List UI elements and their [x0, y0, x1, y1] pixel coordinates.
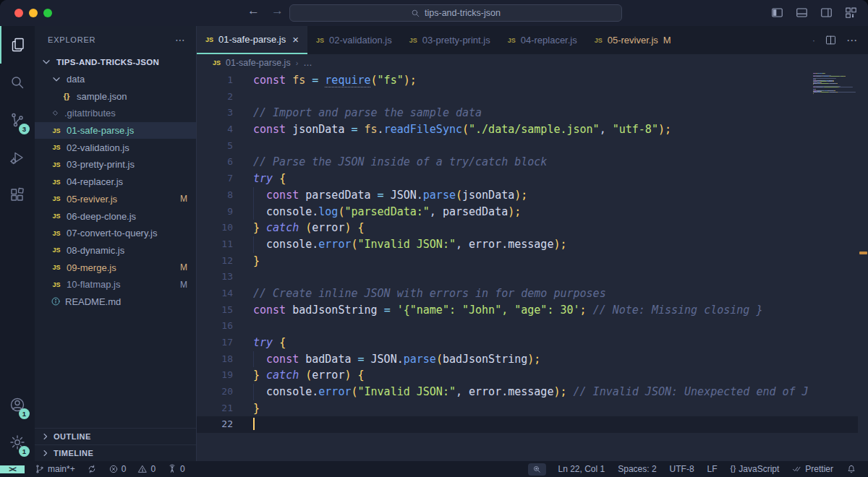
- breadcrumb[interactable]: JS 01-safe-parse.js › …: [197, 54, 868, 72]
- forward-arrow-icon[interactable]: →: [271, 4, 284, 18]
- tab-05-reviver-js[interactable]: JS05-reviver.jsM: [586, 26, 680, 54]
- line-number: 15: [197, 302, 233, 319]
- layout-sidebar-right-icon[interactable]: [820, 6, 833, 20]
- code-line[interactable]: 17try {: [197, 335, 858, 351]
- tree-item-09-merge-js[interactable]: JS09-merge.jsM: [35, 259, 196, 276]
- code-line[interactable]: 15const badJsonString = '{"name": "John"…: [197, 302, 858, 319]
- line-content: const badData = JSON.parse(badJsonString…: [253, 351, 858, 368]
- code-line[interactable]: 4const jsonData = fs.readFileSync("./dat…: [197, 121, 858, 138]
- tree-item-07-convert-to-query-js[interactable]: JS07-convert-to-query.js: [35, 225, 196, 242]
- back-arrow-icon[interactable]: ←: [247, 4, 260, 18]
- status-notifications[interactable]: [845, 464, 858, 474]
- vscode-window: ← → tips-and-tricks-json 311 EXPLORER ⋯ …: [0, 0, 868, 477]
- tree-item-tips-and-tricks-json[interactable]: TIPS-AND-TRICKS-JSON: [35, 53, 196, 71]
- code-line[interactable]: 1const fs = require("fs");: [197, 72, 858, 89]
- js-icon: JS: [51, 193, 62, 205]
- overview-ruler[interactable]: [858, 72, 868, 461]
- code-line[interactable]: 22: [197, 416, 858, 433]
- bell-icon: [846, 464, 856, 474]
- code-line[interactable]: 3// Import and parse the sample data: [197, 105, 858, 121]
- activity-item-explorer[interactable]: [0, 26, 35, 64]
- status-language[interactable]: {}JavaScript: [729, 464, 781, 474]
- layout-panel-icon[interactable]: [795, 6, 809, 20]
- code-line[interactable]: 18 const badData = JSON.parse(badJsonStr…: [197, 351, 858, 368]
- close-window-button[interactable]: [14, 9, 23, 17]
- code-editor[interactable]: 1const fs = require("fs");23// Import an…: [197, 72, 868, 461]
- activity-item-run-and-debug[interactable]: [0, 139, 35, 176]
- code-line[interactable]: 8 const parsedData = JSON.parse(jsonData…: [197, 187, 858, 204]
- status-branch[interactable]: main*+: [33, 464, 77, 474]
- line-content: [253, 89, 858, 106]
- sidebar-panel-timeline[interactable]: TIMELINE: [35, 444, 196, 461]
- activity-item-source-control[interactable]: 3: [0, 101, 35, 139]
- js-icon: JS: [51, 210, 62, 222]
- tree-item-08-dynamic-js[interactable]: JS08-dynamic.js: [35, 242, 196, 259]
- command-center-search[interactable]: tips-and-tricks-json: [289, 4, 622, 22]
- layout-sidebar-left-icon[interactable]: [770, 6, 784, 20]
- tree-item-02-validation-js[interactable]: JS02-validation.js: [35, 139, 196, 156]
- tree-item--gitattributes[interactable]: .gitattributes: [35, 105, 196, 122]
- status-formatter[interactable]: Prettier: [791, 464, 835, 474]
- code-line[interactable]: 7try {: [197, 171, 858, 187]
- code-line[interactable]: 9 console.log("parsedData:", parsedData)…: [197, 204, 858, 220]
- explorer-more-actions-icon[interactable]: ⋯: [175, 34, 186, 46]
- status-screencast-zoom[interactable]: [528, 463, 546, 476]
- tree-item-sample-json[interactable]: {}sample.json: [35, 87, 196, 105]
- status-errors[interactable]: 0: [107, 464, 128, 474]
- status-cursor-position[interactable]: Ln 22, Col 1: [556, 464, 606, 474]
- tree-item-03-pretty-print-js[interactable]: JS03-pretty-print.js: [35, 156, 196, 173]
- code-line[interactable]: 5: [197, 138, 858, 155]
- status-remote[interactable]: ><: [0, 465, 25, 473]
- indent-guide: [253, 236, 254, 253]
- tree-item-10-flatmap-js[interactable]: JS10-flatmap.jsM: [35, 276, 196, 293]
- title-bar: ← → tips-and-tricks-json: [0, 0, 868, 26]
- tree-item-readme-md[interactable]: README.md: [35, 293, 196, 311]
- tab-01-safe-parse-js[interactable]: JS01-safe-parse.js×: [197, 26, 307, 54]
- status-ports[interactable]: 0: [166, 464, 187, 474]
- code-line[interactable]: 10} catch (error) {: [197, 220, 858, 236]
- layout-grid-icon[interactable]: [844, 6, 858, 20]
- activity-item-accounts[interactable]: 1: [0, 386, 35, 424]
- code-line[interactable]: 13: [197, 269, 858, 285]
- status-sync[interactable]: [85, 464, 98, 474]
- split-editor-icon[interactable]: [825, 34, 837, 46]
- branch-icon: [35, 464, 45, 474]
- tree-item-05-reviver-js[interactable]: JS05-reviver.jsM: [35, 191, 196, 208]
- activity-item-search[interactable]: [0, 64, 35, 101]
- minimize-window-button[interactable]: [29, 9, 38, 17]
- tree-item-data[interactable]: data: [35, 71, 196, 88]
- status-warnings[interactable]: 0: [136, 464, 157, 474]
- code-line[interactable]: 16: [197, 318, 858, 335]
- tree-item-06-deep-clone-js[interactable]: JS06-deep-clone.js: [35, 207, 196, 225]
- line-number: 19: [197, 367, 233, 384]
- tab-03-pretty-print-js[interactable]: JS03-pretty-print.js: [401, 26, 499, 54]
- close-tab-icon[interactable]: ×: [292, 33, 299, 46]
- code-line[interactable]: 6// Parse the JSON inside of a try/catch…: [197, 154, 858, 171]
- status-eol[interactable]: LF: [706, 464, 719, 474]
- activity-item-settings[interactable]: 1: [0, 424, 35, 461]
- sidebar-panel-outline[interactable]: OUTLINE: [35, 428, 196, 444]
- maximize-window-button[interactable]: [43, 9, 52, 17]
- line-number: 1: [197, 72, 233, 89]
- breadcrumb-symbol[interactable]: …: [303, 58, 312, 68]
- tab-02-validation-js[interactable]: JS02-validation.js: [307, 26, 401, 54]
- code-line[interactable]: 14// Create inline JSON with errors in f…: [197, 285, 858, 302]
- more-actions-icon[interactable]: ⋯: [846, 34, 858, 47]
- code-line[interactable]: 11 console.error("Invalid JSON:", error.…: [197, 236, 858, 253]
- tab-label: 01-safe-parse.js: [218, 34, 286, 45]
- code-line[interactable]: 20 console.error("Invalid JSON:", error.…: [197, 384, 858, 400]
- code-line[interactable]: 2: [197, 89, 858, 106]
- code-line[interactable]: 19} catch (error) {: [197, 367, 858, 384]
- tree-item-04-replacer-js[interactable]: JS04-replacer.js: [35, 173, 196, 191]
- window-controls-traffic-lights: [14, 9, 52, 17]
- tab-04-replacer-js[interactable]: JS04-replacer.js: [499, 26, 586, 54]
- code-line[interactable]: 21}: [197, 400, 858, 417]
- status-label: UTF-8: [670, 464, 694, 474]
- breadcrumb-file[interactable]: 01-safe-parse.js: [226, 58, 291, 68]
- tree-item-01-safe-parse-js[interactable]: JS01-safe-parse.js: [35, 122, 196, 139]
- code-line[interactable]: 12}: [197, 253, 858, 270]
- tree-item-label: 01-safe-parse.js: [67, 125, 134, 136]
- status-indentation[interactable]: Spaces: 2: [616, 464, 658, 474]
- activity-item-extensions[interactable]: [0, 176, 35, 214]
- status-encoding[interactable]: UTF-8: [668, 464, 696, 474]
